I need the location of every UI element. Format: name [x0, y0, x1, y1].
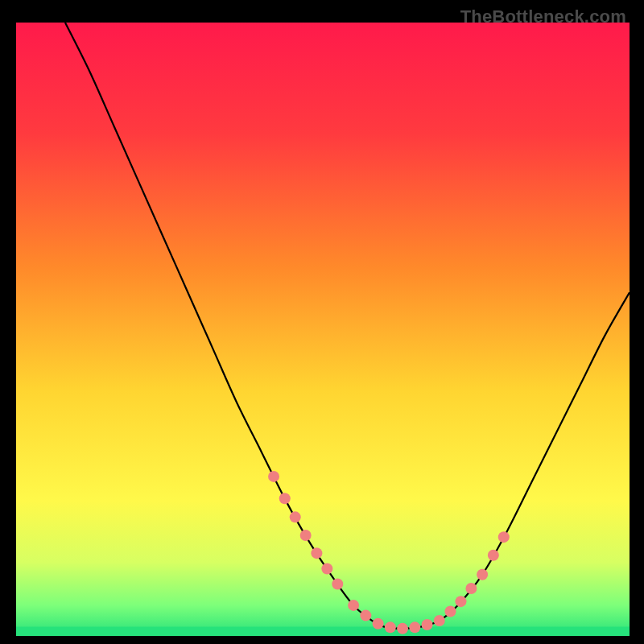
- curve-marker: [409, 621, 420, 633]
- curve-marker: [477, 569, 488, 580]
- curve-marker: [290, 511, 301, 522]
- curve-marker: [422, 619, 433, 630]
- curve-marker: [397, 623, 408, 634]
- chart-frame: TheBottleneck.com: [6, 6, 638, 638]
- curve-marker: [360, 610, 371, 621]
- curve-marker: [268, 471, 279, 482]
- curve-marker: [279, 493, 291, 504]
- curve-marker: [311, 547, 322, 559]
- curve-marker: [498, 531, 510, 543]
- curve-marker: [373, 618, 384, 630]
- curve-marker: [465, 583, 477, 594]
- curve-marker: [434, 615, 445, 626]
- curve-marker: [321, 564, 332, 575]
- plot-area: [16, 23, 630, 636]
- curve-marker: [300, 530, 312, 541]
- curve-marker: [488, 550, 499, 561]
- curve-marker: [444, 606, 456, 617]
- curve-marker: [348, 600, 359, 611]
- curve-marker: [332, 578, 343, 589]
- curve-marker: [385, 621, 396, 633]
- bottleneck-chart: [16, 23, 630, 636]
- curve-marker: [455, 596, 466, 607]
- bottom-accent-bar: [16, 627, 630, 636]
